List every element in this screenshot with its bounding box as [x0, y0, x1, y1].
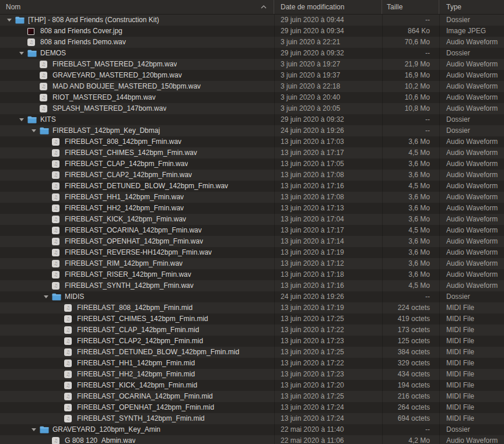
name-cell: ♫ FIREBLAST_OPENHAT_142bpm_Fmin.wav — [0, 236, 274, 247]
size-cell: 4,2 Mo — [382, 435, 439, 444]
size-cell: 864 Ko — [382, 26, 439, 37]
date-modified-cell: 13 juin 2020 à 17:22 — [274, 325, 382, 336]
folder-row[interactable]: MIDIS 24 juin 2020 à 19:26 -- Dossier — [0, 291, 504, 302]
size-cell: -- — [382, 125, 439, 136]
column-header-date-label: Date de modification — [281, 3, 344, 11]
file-row[interactable]: ♫ FIREBLAST_KICK_142bpm_Fmin.mid 13 juin… — [0, 380, 504, 391]
size-cell: 3,6 Mo — [382, 170, 439, 181]
file-name-label: FIREBLAST_CLAP_142bpm_Fmin.mid — [77, 325, 199, 336]
file-name-label: GRAVEYARD_120bpm_Key_Amin — [52, 424, 160, 435]
file-name-label: FIREBLAST_808_142bpm_Fmin.wav — [65, 136, 181, 147]
size-cell: 4,5 Mo — [382, 181, 439, 192]
file-row[interactable]: ♫ FIREBLAST_SYNTH_142bpm_Fmin.wav 13 jui… — [0, 280, 504, 291]
file-row[interactable]: ♫ 808 and Friends Demo.wav 3 juin 2020 à… — [0, 37, 504, 48]
file-name-label: FIREBLAST_SYNTH_142bpm_Fmin.mid — [77, 413, 205, 424]
file-name-label: GRAVEYARD_MASTERED_120bpm.wav — [52, 70, 182, 81]
file-row[interactable]: ♫ FIREBLAST_SYNTH_142bpm_Fmin.mid 13 jui… — [0, 413, 504, 424]
audio-file-icon: ♫ — [52, 160, 61, 168]
midi-file-icon: ♫ — [64, 393, 74, 401]
file-row[interactable]: ♫ FIREBLAST_REVERSE-HH142bpm_Fmin.wav 13… — [0, 247, 504, 258]
name-cell: ♫ RIOT_MASTERED_144bpm.wav — [0, 92, 274, 103]
file-row[interactable]: ♫ FIREBLAST_CLAP2_142bpm_Fmin.wav 13 jui… — [0, 170, 504, 181]
type-cell: MIDI File — [439, 413, 504, 424]
file-row[interactable]: ♫ SPLASH_MASTERED_147bom.wav 3 juin 2020… — [0, 103, 504, 114]
file-row[interactable]: ♫ FIREBLAST_CHIMES_142bpm_Fmin.mid 13 ju… — [0, 313, 504, 325]
type-cell: Audio Waveform — [439, 59, 504, 70]
file-row[interactable]: ♫ FIREBLAST_HH1_142bpm_Fmin.wav 13 juin … — [0, 192, 504, 203]
folder-row[interactable]: [THP] - 808 And Friends (Construction Ki… — [0, 15, 504, 26]
column-header-size[interactable]: Taille — [382, 0, 439, 14]
file-row[interactable]: ♫ FIREBLAST_OCARINA_142bpm_Fmin.mid 13 j… — [0, 391, 504, 402]
file-row[interactable]: ♫ FIREBLAST_808_142bpm_Fmin.wav 13 juin … — [0, 136, 504, 147]
file-row[interactable]: ♫ FIREBLAST_HH2_142bpm_Fmin.wav 13 juin … — [0, 203, 504, 214]
folder-row[interactable]: GRAVEYARD_120bpm_Key_Amin 22 mai 2020 à … — [0, 424, 504, 435]
disclosure-triangle-icon[interactable] — [40, 291, 52, 302]
size-cell: 329 octets — [382, 358, 439, 369]
file-row[interactable]: ♫ FIREBLAST_OPENHAT_142bpm_Fmin.mid 13 j… — [0, 402, 504, 413]
date-modified-cell: 13 juin 2020 à 17:20 — [274, 380, 382, 391]
folder-row[interactable]: FIREBLAST_142bpm_Key_Dbmaj 24 juin 2020 … — [0, 125, 504, 136]
column-header-size-label: Taille — [387, 3, 402, 11]
type-cell: Audio Waveform — [439, 103, 504, 114]
audio-file-icon: ♫ — [52, 149, 61, 157]
file-name-label: [THP] - 808 And Friends (Construction Ki… — [28, 15, 159, 26]
type-cell: MIDI File — [439, 325, 504, 336]
size-cell: 4,5 Mo — [382, 147, 439, 158]
file-row[interactable]: ♫ G 808 120_Abmin.wav 22 mai 2020 à 11:0… — [0, 435, 504, 444]
date-modified-cell: 13 juin 2020 à 17:16 — [274, 181, 382, 192]
file-row[interactable]: ♫ FIREBLAST_DETUNED_BLOW_142bpm_Fmin.wav… — [0, 181, 504, 192]
date-modified-cell: 3 juin 2020 à 22:21 — [274, 37, 382, 48]
column-header-date[interactable]: Date de modification — [274, 0, 382, 14]
file-name-label: FIREBLAST_CLAP2_142bpm_Fmin.wav — [65, 170, 192, 181]
file-row[interactable]: ♫ FIREBLAST_808_142bpm_Fmin.mid 13 juin … — [0, 302, 504, 313]
file-row[interactable]: ♫ FIREBLAST_OPENHAT_142bpm_Fmin.wav 13 j… — [0, 236, 504, 247]
file-row[interactable]: ♫ FIREBLAST_HH2_142bpm_Fmin.mid 13 juin … — [0, 369, 504, 380]
audio-file-icon: ♫ — [52, 171, 61, 179]
file-name-label: MIDIS — [65, 291, 84, 302]
file-name-label: KITS — [40, 114, 56, 125]
midi-file-icon: ♫ — [64, 415, 74, 423]
file-row[interactable]: ♫ GRAVEYARD_MASTERED_120bpm.wav 3 juin 2… — [0, 70, 504, 81]
date-modified-cell: 3 juin 2020 à 20:40 — [274, 92, 382, 103]
type-cell: Audio Waveform — [439, 70, 504, 81]
size-cell: 3,6 Mo — [382, 136, 439, 147]
column-header-type[interactable]: Type — [439, 0, 504, 14]
name-cell: ♫ FIREBLAST_SYNTH_142bpm_Fmin.wav — [0, 280, 274, 291]
size-cell: 70,6 Mo — [382, 37, 439, 48]
file-name-label: FIREBLAST_SYNTH_142bpm_Fmin.wav — [65, 280, 194, 291]
file-row[interactable]: ♫ FIREBLAST_RIM_142bpm_Fmin.wav 13 juin … — [0, 258, 504, 269]
folder-row[interactable]: KITS 29 juin 2020 à 09:32 -- Dossier — [0, 114, 504, 125]
disclosure-triangle-icon[interactable] — [16, 114, 27, 125]
disclosure-triangle-icon[interactable] — [28, 125, 40, 136]
file-row[interactable]: ♫ FIREBLAST_OCARINA_142bpm_Fmin.wav 13 j… — [0, 225, 504, 236]
audio-file-icon: ♫ — [27, 38, 37, 47]
disclosure-triangle-icon[interactable] — [28, 424, 40, 435]
file-row[interactable]: ♫ FIREBLAST_HH1_142bpm_Fmin.mid 13 juin … — [0, 358, 504, 369]
audio-file-icon: ♫ — [40, 61, 49, 69]
file-row[interactable]: ♫ FIREBLAST_MASTERED_142bpm.wav 3 juin 2… — [0, 59, 504, 70]
disclosure-triangle-icon[interactable] — [4, 15, 15, 26]
date-modified-cell: 29 juin 2020 à 09:32 — [274, 48, 382, 59]
file-row[interactable]: ♫ FIREBLAST_RISER_142bpm_Fmin.wav 13 jui… — [0, 269, 504, 280]
disclosure-triangle-icon[interactable] — [16, 48, 27, 59]
size-cell: 16,9 Mo — [382, 70, 439, 81]
folder-row[interactable]: DEMOS 29 juin 2020 à 09:32 -- Dossier — [0, 48, 504, 59]
file-row[interactable]: 808 and Friends Cover.jpg 29 juin 2020 à… — [0, 26, 504, 37]
file-name-label: MAD AND BOUJEE_MASTERED_150bpm.wav — [52, 81, 201, 92]
file-row[interactable]: ♫ MAD AND BOUJEE_MASTERED_150bpm.wav 3 j… — [0, 81, 504, 92]
date-modified-cell: 29 juin 2020 à 09:44 — [274, 15, 382, 26]
file-row[interactable]: ♫ FIREBLAST_CLAP_142bpm_Fmin.wav 13 juin… — [0, 158, 504, 170]
date-modified-cell: 13 juin 2020 à 17:22 — [274, 358, 382, 369]
name-cell: ♫ G 808 120_Abmin.wav — [0, 435, 274, 444]
column-separator — [382, 14, 383, 444]
file-row[interactable]: ♫ FIREBLAST_CLAP2_142bpm_Fmin.mid 13 jui… — [0, 336, 504, 347]
file-name-label: FIREBLAST_CHIMES_142bpm_Fmin.wav — [65, 147, 197, 158]
type-cell: MIDI File — [439, 336, 504, 347]
file-row[interactable]: ♫ FIREBLAST_CHIMES_142bpm_Fmin.wav 13 ju… — [0, 147, 504, 158]
file-row[interactable]: ♫ FIREBLAST_KICK_142bpm_Fmin.wav 13 juin… — [0, 214, 504, 225]
file-row[interactable]: ♫ FIREBLAST_CLAP_142bpm_Fmin.mid 13 juin… — [0, 325, 504, 336]
file-row[interactable]: ♫ FIREBLAST_DETUNED_BLOW_142bpm_Fmin.mid… — [0, 347, 504, 358]
file-row[interactable]: ♫ RIOT_MASTERED_144bpm.wav 3 juin 2020 à… — [0, 92, 504, 103]
file-name-label: DEMOS — [40, 48, 66, 59]
column-header-name[interactable]: Nom — [0, 0, 274, 14]
